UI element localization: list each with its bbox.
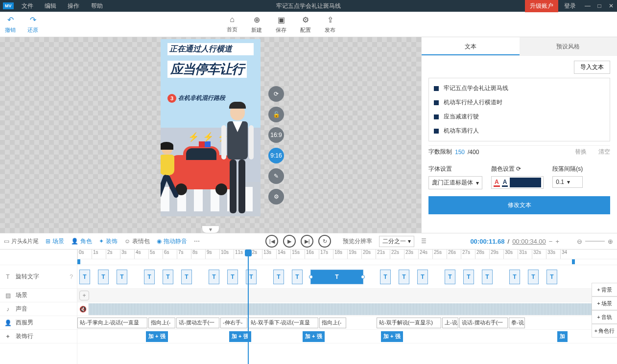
- decor-clip[interactable]: 加: [557, 331, 568, 342]
- action-clip[interactable]: 站-手掌向上-说话(一直显: [77, 318, 147, 328]
- mute-icon[interactable]: 🔇: [79, 306, 87, 313]
- drag-mute-toggle[interactable]: ◉ 拖动静音: [157, 237, 187, 246]
- more-button[interactable]: ⋯: [194, 238, 200, 245]
- action-clip[interactable]: 指向上(-: [148, 318, 175, 328]
- text-color-a-icon[interactable]: A: [494, 179, 500, 187]
- menu-file[interactable]: 文件: [17, 2, 38, 9]
- tab-text[interactable]: 文本: [422, 37, 520, 55]
- text-clip[interactable]: T: [163, 270, 173, 284]
- range-end[interactable]: [572, 259, 575, 264]
- modify-text-button[interactable]: 修改文本: [428, 196, 610, 214]
- track-label-man[interactable]: 👤西服男: [0, 316, 77, 330]
- audio-track[interactable]: 🔇: [77, 302, 617, 316]
- time-ruler[interactable]: 0s1s2s3s4s5s6s7s8s9s10s11s12s13s14s15s16…: [77, 250, 617, 259]
- action-clip[interactable]: 站-双手解说(一直显示): [377, 318, 441, 328]
- text-clip[interactable]: T: [509, 270, 520, 284]
- scene-track[interactable]: +: [77, 289, 617, 302]
- decor-button[interactable]: ✦ 装饰: [99, 237, 118, 246]
- login-button[interactable]: 登录: [558, 2, 582, 10]
- head-tail-button[interactable]: ▭ 片头&片尾: [4, 237, 39, 246]
- zoom-in-button[interactable]: ⊕: [608, 238, 613, 245]
- scene-button[interactable]: ⊞ 场景: [46, 237, 64, 246]
- time-plus[interactable]: +: [555, 238, 559, 245]
- text-clip[interactable]: T: [181, 270, 192, 284]
- action-clip[interactable]: 上-说: [442, 318, 458, 328]
- text-track[interactable]: TTTTTTTTTTTTTTTTTTTTT: [77, 265, 617, 289]
- menu-edit[interactable]: 编辑: [40, 2, 61, 9]
- action-clip[interactable]: 指向上(-: [319, 318, 346, 328]
- new-button[interactable]: ⊕新建: [251, 15, 262, 34]
- range-start[interactable]: [77, 259, 80, 264]
- text-clip[interactable]: T: [117, 270, 127, 284]
- add-role-button[interactable]: + 角色行: [592, 324, 617, 338]
- replace-button[interactable]: 替换: [575, 148, 587, 156]
- aspect-16-9[interactable]: 16:9: [268, 127, 284, 143]
- text-clip[interactable]: T: [273, 270, 284, 284]
- settings-tool[interactable]: ⚙: [268, 189, 284, 205]
- refresh-icon[interactable]: ⟳: [516, 165, 521, 172]
- action-clip[interactable]: 站-双手垂下-说话(一直显: [248, 318, 318, 328]
- add-scene-item[interactable]: +: [79, 291, 89, 300]
- emoji-button[interactable]: ☺ 表情包: [124, 237, 150, 246]
- save-button[interactable]: ▣保存: [276, 15, 286, 34]
- action-clip[interactable]: 说话-摆动右手(一: [459, 318, 508, 328]
- minimize-button[interactable]: —: [582, 2, 593, 9]
- text-clip[interactable]: T: [209, 270, 219, 284]
- text-clip[interactable]: T: [144, 270, 155, 284]
- time-minus[interactable]: −: [549, 238, 553, 245]
- aspect-9-16[interactable]: 9:16: [268, 148, 284, 163]
- text-clip[interactable]: T: [227, 270, 238, 284]
- track-label-text[interactable]: T旋转文字?: [0, 265, 77, 289]
- decor-clip[interactable]: 加 + 强: [303, 331, 325, 342]
- text-clip[interactable]: T: [463, 270, 474, 284]
- next-button[interactable]: ▶|: [301, 235, 313, 248]
- track-label-audio[interactable]: ♪声音: [0, 302, 77, 316]
- color-swatch[interactable]: [510, 178, 541, 187]
- decor-clip[interactable]: 加 + 强: [381, 331, 403, 342]
- add-audio-button[interactable]: + 音轨: [592, 310, 617, 324]
- text-color-b-icon[interactable]: A: [502, 179, 508, 187]
- text-clip[interactable]: T: [417, 270, 428, 284]
- undo-button[interactable]: ↶撤销: [5, 15, 16, 34]
- playhead[interactable]: [248, 250, 249, 364]
- text-clip[interactable]: T: [79, 270, 90, 284]
- prev-button[interactable]: |◀: [265, 235, 278, 248]
- list-item[interactable]: 机动车遇行人: [432, 124, 607, 138]
- import-text-button[interactable]: 导入文本: [574, 61, 610, 74]
- video-canvas[interactable]: ⚡⚡⚡ 正在通过人行横道 应当停车让行 3 在机非机混行路段: [161, 39, 261, 216]
- track-label-scene[interactable]: ▨场景: [0, 289, 77, 302]
- home-button[interactable]: ⌂首页: [227, 15, 237, 34]
- track-label-decor[interactable]: ✦装饰行: [0, 330, 77, 343]
- layers-icon[interactable]: ☰: [421, 238, 427, 245]
- menu-action[interactable]: 操作: [63, 2, 84, 9]
- preview-resolution-select[interactable]: 二分之一▾: [379, 236, 414, 247]
- text-clip[interactable]: T: [482, 270, 493, 284]
- upgrade-button[interactable]: 升级账户: [525, 0, 558, 12]
- font-select[interactable]: 庞门正道标题体▾: [428, 176, 482, 189]
- action-clip[interactable]: -伸右手-: [220, 318, 247, 328]
- zoom-out-button[interactable]: ⊖: [577, 238, 582, 245]
- clear-button[interactable]: 清空: [598, 148, 610, 156]
- tab-style[interactable]: 预设风格: [520, 37, 617, 55]
- text-clip[interactable]: T: [445, 270, 455, 284]
- total-time[interactable]: 00:00:34.00: [512, 238, 546, 245]
- decor-track[interactable]: 加 + 强加 + 强加 + 强加 + 强加: [77, 330, 617, 343]
- text-clip[interactable]: T: [310, 270, 363, 284]
- refresh-tool[interactable]: ⟳: [268, 86, 284, 102]
- text-list[interactable]: 牢记五点学会礼让斑马线 机动车行经人行横道时 应当减速行驶 机动车遇行人: [428, 78, 610, 141]
- gap-select[interactable]: 0.1▾: [552, 176, 583, 188]
- character-track[interactable]: 站-手掌向上-说话(一直显指向上(-话-摆动左手(一-伸右手-站-双手垂下-说话…: [77, 316, 617, 330]
- publish-button[interactable]: ⇪发布: [325, 15, 335, 34]
- text-clip[interactable]: T: [528, 270, 539, 284]
- role-button[interactable]: 👤 角色: [71, 237, 92, 246]
- text-clip[interactable]: T: [292, 270, 303, 284]
- list-item[interactable]: 牢记五点学会礼让斑马线: [432, 81, 607, 95]
- lock-tool[interactable]: 🔓: [268, 107, 284, 122]
- text-clip[interactable]: T: [98, 270, 109, 284]
- edit-tool[interactable]: ✎: [268, 168, 284, 184]
- action-clip[interactable]: 话-摆动左手(一: [176, 318, 219, 328]
- color-picker[interactable]: A A: [491, 176, 544, 189]
- audio-waveform[interactable]: [89, 303, 617, 315]
- help-icon[interactable]: ?: [70, 273, 73, 280]
- panel-expand-handle[interactable]: ▾: [202, 226, 219, 233]
